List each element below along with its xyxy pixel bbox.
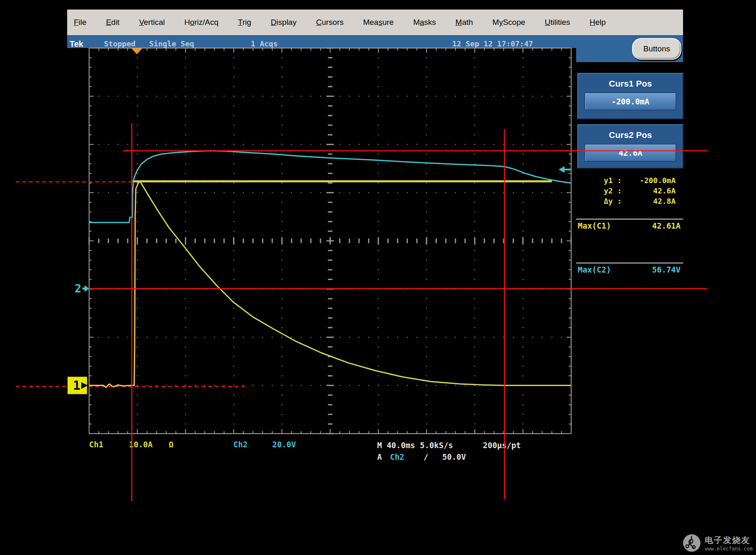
measurement-row-max-c2-: Max(C2)56.74V bbox=[576, 263, 683, 306]
curs2-pos-value[interactable]: 42.6A bbox=[585, 144, 676, 162]
record-resolution: 200µs/pt bbox=[483, 441, 521, 450]
menu-item-vertical[interactable]: Vertical bbox=[139, 18, 165, 27]
curs2-pos-panel: Curs2 Pos 42.6A bbox=[577, 124, 683, 169]
trigger-slope-icon: ∕ bbox=[424, 452, 428, 461]
cursor-readout-row-0: y1 :-200.0mA bbox=[576, 176, 683, 186]
menu-item-myscope[interactable]: MyScope bbox=[492, 18, 525, 27]
cursor-readout-row-1: y2 :42.6A bbox=[576, 186, 683, 197]
measurement-value: 56.74V bbox=[652, 265, 681, 306]
watermark: 电子发烧友 www.elecfans.com bbox=[682, 533, 753, 553]
measurement-value: 42.61A bbox=[652, 221, 681, 263]
menu-item-horiz-acq[interactable]: Horiz/Acq bbox=[184, 18, 218, 27]
trigger-prefix: A bbox=[377, 452, 382, 461]
menu-item-trig[interactable]: Trig bbox=[238, 18, 251, 27]
curs1-pos-value[interactable]: -200.0mA bbox=[585, 93, 676, 110]
ch2-scale: 20.0V bbox=[272, 440, 296, 449]
side-panel: Curs1 Pos -200.0mA Curs2 Pos 42.6A y1 :-… bbox=[576, 62, 683, 479]
cursor-readout-label: y2 : bbox=[576, 186, 622, 197]
buttons-button[interactable]: Buttons bbox=[632, 38, 681, 60]
elecfans-logo-icon bbox=[682, 533, 701, 553]
oscilloscope-window: FileEditVerticalHoriz/AcqTrigDisplayCurs… bbox=[67, 10, 683, 470]
menu-item-utilities[interactable]: Utilities bbox=[545, 18, 570, 27]
watermark-line1: 电子发烧友 bbox=[705, 535, 753, 546]
menu-item-cursors[interactable]: Cursors bbox=[316, 18, 344, 27]
menu-item-help[interactable]: Help bbox=[590, 18, 606, 27]
curs1-pos-title: Curs1 Pos bbox=[578, 74, 683, 89]
measurement-label: Max(C2) bbox=[578, 265, 611, 306]
ch1-label: Ch1 bbox=[89, 440, 103, 449]
cursor-readout-row-2: Δy :42.8A bbox=[576, 197, 683, 207]
measurement-list: Max(C1)42.61AMax(C2)56.74V bbox=[576, 219, 683, 306]
menu-item-masks[interactable]: Masks bbox=[413, 18, 436, 27]
cursor-readout: y1 :-200.0mAy2 :42.6AΔy :42.8A bbox=[576, 176, 683, 207]
acquisition-count: 1 Acqs bbox=[251, 39, 278, 48]
menu-list: FileEditVerticalHoriz/AcqTrigDisplayCurs… bbox=[67, 18, 606, 27]
cursor-readout-label: Δy : bbox=[576, 197, 622, 207]
trigger-source: Ch2 bbox=[390, 452, 404, 461]
datetime: 12 Sep 12 17:07:47 bbox=[452, 39, 533, 48]
tek-logo: Tek bbox=[70, 39, 83, 49]
menu-item-display[interactable]: Display bbox=[271, 18, 296, 27]
acquisition-mode: Single Seq bbox=[149, 39, 194, 48]
watermark-text: 电子发烧友 www.elecfans.com bbox=[705, 535, 753, 552]
ch1-coupling: Ω bbox=[169, 440, 173, 449]
trigger-level: 50.0V bbox=[442, 452, 466, 461]
cursor-readout-value: 42.6A bbox=[622, 186, 676, 197]
measurement-row-max-c1-: Max(C1)42.61A bbox=[576, 220, 683, 263]
cursor-readout-label: y1 : bbox=[576, 176, 622, 186]
acquisition-state: Stopped bbox=[104, 39, 136, 48]
menu-bar: FileEditVerticalHoriz/AcqTrigDisplayCurs… bbox=[67, 10, 683, 36]
menu-item-measure[interactable]: Measure bbox=[363, 18, 394, 27]
ch2-label: Ch2 bbox=[233, 440, 247, 449]
timebase-readout: M 40.0ms 5.0kS/s bbox=[377, 441, 453, 450]
waveform-display bbox=[67, 48, 576, 479]
ch1-scale: 10.0A bbox=[129, 440, 153, 449]
menu-item-edit[interactable]: Edit bbox=[106, 18, 120, 27]
curs1-pos-panel: Curs1 Pos -200.0mA bbox=[577, 73, 683, 119]
cursor-readout-value: -200.0mA bbox=[622, 176, 676, 186]
watermark-line2: www.elecfans.com bbox=[705, 546, 753, 552]
menu-item-file[interactable]: File bbox=[74, 18, 87, 27]
curs2-pos-title: Curs2 Pos bbox=[578, 125, 683, 140]
cursor-readout-value: 42.8A bbox=[622, 197, 676, 207]
measurement-label: Max(C1) bbox=[578, 221, 611, 263]
menu-item-math[interactable]: Math bbox=[456, 18, 473, 27]
